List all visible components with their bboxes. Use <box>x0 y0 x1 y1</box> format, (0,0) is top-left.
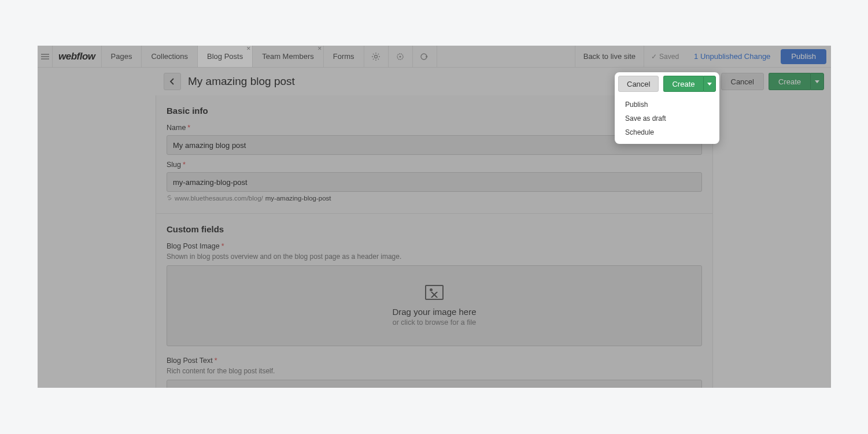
text-help: Rich content for the blog post itself. <box>167 367 702 375</box>
webflow-logo[interactable]: webflow <box>53 46 102 67</box>
menu-item-save-draft[interactable]: Save as draft <box>617 112 717 125</box>
slug-url-hint: www.bluethesaurus.com/blog/my-amazing-bl… <box>167 195 702 202</box>
popover-header: Cancel Create <box>617 75 717 93</box>
tab-forms[interactable]: Forms <box>324 46 364 67</box>
top-bar: webflow Pages Collections Blog Posts ✕ T… <box>38 46 831 68</box>
create-dropdown-popover: Cancel Create Publish Save as draft Sche… <box>615 72 719 144</box>
slug-label: Slug* <box>167 161 702 169</box>
create-button-group: Create <box>663 76 715 92</box>
menu-item-schedule[interactable]: Schedule <box>617 125 717 139</box>
arrow-left-icon <box>168 77 176 86</box>
tab-label: Forms <box>333 52 354 61</box>
required-marker: * <box>215 357 217 365</box>
chevron-down-icon <box>815 80 819 83</box>
chevron-down-icon <box>707 83 712 86</box>
close-icon[interactable]: ✕ <box>246 46 251 51</box>
create-options-menu: Publish Save as draft Schedule <box>617 95 717 142</box>
settings-alt-icon[interactable] <box>389 46 413 67</box>
create-dropdown-toggle[interactable] <box>703 76 716 92</box>
image-placeholder-icon <box>425 285 444 300</box>
tab-team-members[interactable]: Team Members ✕ <box>253 46 324 67</box>
tab-blog-posts[interactable]: Blog Posts ✕ <box>198 46 253 67</box>
tab-label: Collections <box>151 52 188 61</box>
image-dropzone[interactable]: Drag your image here or click to browse … <box>167 265 702 346</box>
image-label: Blog Post Image* <box>167 242 702 250</box>
rich-text-input[interactable] <box>167 380 702 388</box>
required-marker: * <box>221 242 224 250</box>
required-marker: * <box>183 161 186 169</box>
svg-point-2 <box>400 55 401 57</box>
publish-button[interactable]: Publish <box>781 49 826 64</box>
tab-label: Blog Posts <box>207 52 243 61</box>
gear-icon[interactable] <box>364 46 389 67</box>
create-button[interactable]: Create <box>769 73 810 90</box>
create-dropdown-toggle[interactable] <box>810 73 824 90</box>
saved-label: Saved <box>659 53 679 61</box>
tab-label: Team Members <box>262 52 314 61</box>
tab-collections[interactable]: Collections <box>142 46 198 67</box>
link-icon <box>167 195 172 202</box>
back-to-live-site-link[interactable]: Back to live site <box>575 46 644 67</box>
cancel-button[interactable]: Cancel <box>721 73 764 90</box>
svg-point-0 <box>375 55 378 58</box>
tab-label: Pages <box>111 52 132 61</box>
cancel-button[interactable]: Cancel <box>618 76 659 92</box>
unpublished-changes-link[interactable]: 1 Unpublished Change <box>686 46 778 67</box>
slug-input[interactable] <box>167 172 702 192</box>
publish-queue-icon[interactable] <box>413 46 437 67</box>
required-marker: * <box>187 124 190 132</box>
close-icon[interactable]: ✕ <box>317 46 322 51</box>
create-button-group: Create <box>769 73 824 90</box>
dropzone-text: Drag your image here <box>392 307 476 317</box>
create-button[interactable]: Create <box>663 76 703 92</box>
hamburger-icon[interactable] <box>38 46 53 67</box>
image-help: Shown in blog posts overview and on the … <box>167 253 702 261</box>
text-label: Blog Post Text* <box>167 357 702 365</box>
saved-status: ✓ Saved <box>644 46 686 67</box>
check-icon: ✓ <box>651 53 657 61</box>
dropzone-subtext: or click to browse for a file <box>393 318 477 327</box>
section-title: Custom fields <box>167 224 702 234</box>
tab-pages[interactable]: Pages <box>102 46 142 67</box>
back-button[interactable] <box>164 73 181 90</box>
menu-item-publish[interactable]: Publish <box>617 98 717 112</box>
topbar-right: Back to live site ✓ Saved 1 Unpublished … <box>575 46 831 67</box>
custom-fields-section: Custom fields Blog Post Image* Shown in … <box>156 214 712 388</box>
